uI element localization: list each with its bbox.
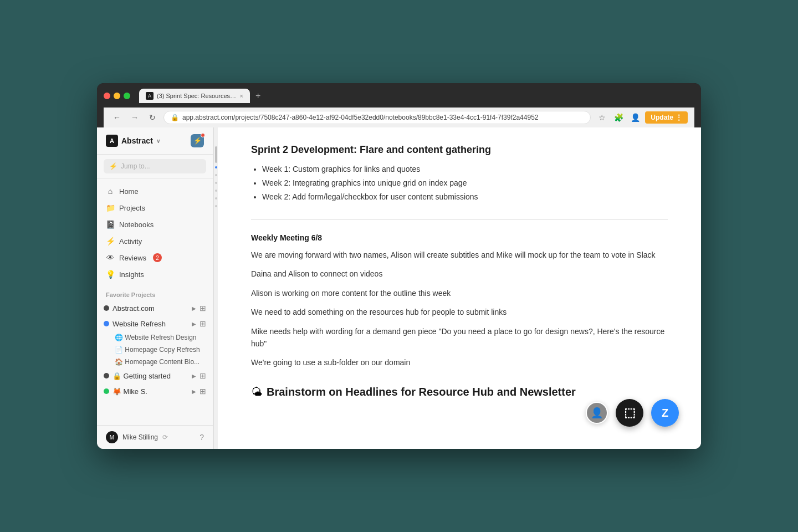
project-chevron-website-refresh: ▶ [192,321,196,327]
project-item-abstract[interactable]: Abstract.com ▶ ⊞ [97,300,213,316]
sub-item-label-website-refresh-design: 🌐 Website Refresh Design [115,334,197,341]
reviews-badge: 2 [153,253,162,262]
address-bar[interactable]: 🔒 app.abstract.com/projects/7508c247-a86… [163,111,591,124]
project-name-website-refresh: Website Refresh [112,320,188,328]
home-label: Home [119,187,139,196]
sprint-bullet-3: Week 2: Add form/legal/checkbox for user… [262,191,668,203]
update-button[interactable]: Update ⋮ [645,111,688,124]
insights-icon: 💡 [106,270,115,279]
sub-item-homepage-copy[interactable]: 📄 Homepage Copy Refresh [110,344,213,356]
abstract-float-button[interactable]: ⬚ [616,399,643,427]
close-traffic-light[interactable] [104,93,110,99]
sync-icon[interactable]: ⟳ [162,433,168,441]
projects-label: Projects [119,204,145,212]
favorite-projects-label: Favorite Projects [97,287,213,300]
presence-avatar-icon: 👤 [591,407,603,419]
search-placeholder: Jump to... [121,162,150,170]
minimize-traffic-light[interactable] [114,93,120,99]
project-add-website-refresh[interactable]: ⊞ [200,319,206,328]
maximize-traffic-light[interactable] [124,93,130,99]
meeting-note-3: Alison is working on more content for th… [251,287,668,299]
sidebar-item-activity[interactable]: ⚡ Activity [97,233,213,249]
project-name-mike: 🦊 Mike S. [112,387,188,396]
reviews-label: Reviews [119,254,146,262]
project-item-mike[interactable]: 🦊 Mike S. ▶ ⊞ [97,383,213,399]
sprint-heading: Sprint 2 Development: Flare and content … [251,144,668,156]
help-icon[interactable]: ? [200,433,204,442]
brainstorm-icon: 🌤 [251,386,262,398]
search-field[interactable]: ⚡ Jump to... [104,159,206,173]
sidebar-item-reviews[interactable]: 👁 Reviews 2 [97,249,213,266]
search-icon: ⚡ [109,162,117,170]
project-dot-getting-started [104,373,109,378]
sidebar-item-insights[interactable]: 💡 Insights [97,266,213,283]
user-name: Mike Stilling [122,433,158,441]
sprint-bullet-1: Week 1: Custom graphics for links and qu… [262,163,668,175]
notebooks-icon: 📓 [106,220,115,229]
projects-icon: 📁 [106,203,115,212]
refresh-button[interactable]: ↻ [146,111,159,124]
sidebar-footer: M Mike Stilling ⟳ ? [97,425,213,449]
project-dot-mike [104,388,109,394]
extensions-button[interactable]: 🧩 [612,111,625,124]
bookmark-button[interactable]: ☆ [595,111,608,124]
brand-logo[interactable]: A Abstract ∨ [106,135,160,147]
sidebar-nav: ⌂ Home 📁 Projects 📓 Notebooks ⚡ Activity… [97,178,213,287]
sidebar-header: A Abstract ∨ ⚡ [97,127,213,155]
brand-name: Abstract [121,136,153,145]
brainstorm-section: 🌤 Brainstorm on Headlines for Resource H… [251,386,668,398]
meeting-note-1: We are moving forward with two names, Al… [251,249,668,261]
project-name-abstract: Abstract.com [112,304,188,313]
tab-close-button[interactable]: × [240,93,243,99]
back-button[interactable]: ← [110,111,124,124]
sidebar-search: ⚡ Jump to... [97,155,213,178]
sub-item-homepage-content[interactable]: 🏠 Homepage Content Blo... [110,356,213,368]
browser-nav-bar: ← → ↻ 🔒 app.abstract.com/projects/7508c2… [104,108,694,127]
meeting-title: Weekly Meeting 6/8 [251,233,668,242]
floating-actions: 👤 ⬚ Z [586,399,679,427]
home-icon: ⌂ [106,187,115,196]
sub-item-website-refresh-design[interactable]: 🌐 Website Refresh Design [110,331,213,344]
active-tab[interactable]: A (3) Sprint Spec: Resources Hu... × [139,89,250,103]
sidebar: A Abstract ∨ ⚡ ⚡ Jump to... ⌂ Home [97,127,213,449]
project-item-website-refresh[interactable]: Website Refresh ▶ ⊞ [97,316,213,331]
project-chevron-getting-started: ▶ [192,373,196,379]
nav-right-actions: ☆ 🧩 👤 Update ⋮ [595,111,688,124]
project-add-getting-started[interactable]: ⊞ [200,371,206,380]
project-add-abstract[interactable]: ⊞ [200,304,206,313]
forward-button[interactable]: → [128,111,141,124]
meeting-note-4: We need to add something on the resource… [251,306,668,318]
sprint-bullet-2: Week 2: Integrating graphics into unique… [262,177,668,189]
meeting-note-5: Mike needs help with wording for a deman… [251,325,668,350]
abstract-float-icon: ⬚ [624,406,636,420]
brand-chevron-icon: ∨ [156,138,160,144]
reviews-icon: 👁 [106,253,115,262]
website-refresh-subitems: 🌐 Website Refresh Design 📄 Homepage Copy… [97,331,213,368]
meeting-note-2: Daina and Alison to connect on videos [251,268,668,280]
notifications-button[interactable]: ⚡ [191,134,204,147]
browser-window: A (3) Sprint Spec: Resources Hu... × + ←… [97,83,701,449]
project-name-getting-started: 🔒 Getting started [112,372,188,380]
activity-icon: ⚡ [106,237,115,245]
scroll-track [213,127,218,449]
tab-favicon: A [146,92,154,100]
profile-button[interactable]: 👤 [628,111,642,124]
project-chevron-abstract: ▶ [192,305,196,311]
project-add-mike[interactable]: ⊞ [200,387,206,396]
brand-icon: A [106,135,118,147]
new-tab-button[interactable]: + [251,89,265,103]
sidebar-item-home[interactable]: ⌂ Home [97,183,213,200]
project-dot-website-refresh [104,321,109,326]
zoom-float-button[interactable]: Z [651,399,679,427]
insights-label: Insights [119,270,144,279]
notification-badge [201,133,205,137]
project-chevron-mike: ▶ [192,388,196,395]
brainstorm-heading: Brainstorm on Headlines for Resource Hub… [267,386,576,398]
scroll-thumb[interactable] [215,146,217,163]
sidebar-item-notebooks[interactable]: 📓 Notebooks [97,216,213,233]
notebooks-label: Notebooks [119,221,154,229]
sidebar-item-projects[interactable]: 📁 Projects [97,200,213,216]
project-item-getting-started[interactable]: 🔒 Getting started ▶ ⊞ [97,368,213,383]
user-presence-avatar: 👤 [586,402,608,424]
tab-title: (3) Sprint Spec: Resources Hu... [157,93,237,99]
